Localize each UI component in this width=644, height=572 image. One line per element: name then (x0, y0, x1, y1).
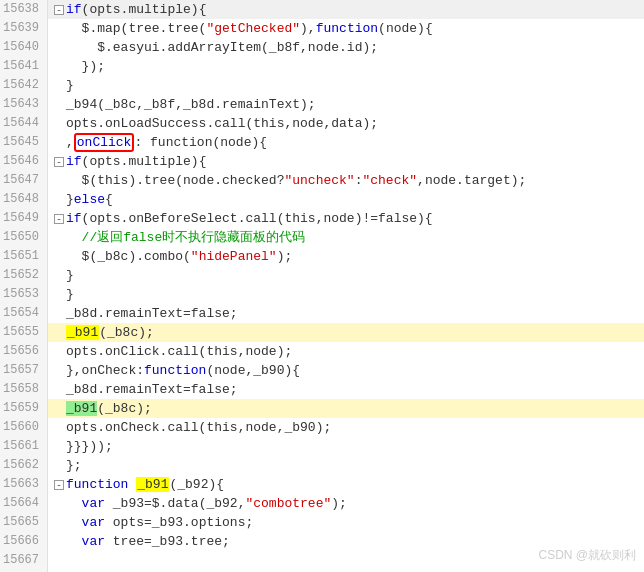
table-row: 15644opts.onLoadSuccess.call(this,node,d… (0, 114, 644, 133)
line-number: 15646 (0, 152, 48, 171)
line-number: 15648 (0, 190, 48, 209)
line-number: 15654 (0, 304, 48, 323)
code-content: opts.onCheck.call(this,node,_b90); (48, 418, 644, 437)
table-row: 15656opts.onClick.call(this,node); (0, 342, 644, 361)
line-number: 15653 (0, 285, 48, 304)
table-row: 15652} (0, 266, 644, 285)
line-number: 15661 (0, 437, 48, 456)
table-row: 15642} (0, 76, 644, 95)
line-number: 15641 (0, 57, 48, 76)
line-number: 15664 (0, 494, 48, 513)
table-row: 15663-function _b91(_b92){ (0, 475, 644, 494)
table-row: 15660opts.onCheck.call(this,node,_b90); (0, 418, 644, 437)
line-number: 15647 (0, 171, 48, 190)
fold-icon[interactable]: - (54, 5, 64, 15)
table-row: 15648}else{ (0, 190, 644, 209)
fold-icon[interactable]: - (54, 157, 64, 167)
table-row: 15661}}})); (0, 437, 644, 456)
line-number: 15655 (0, 323, 48, 342)
line-number: 15659 (0, 399, 48, 418)
line-number: 15640 (0, 38, 48, 57)
table-row: 15645,onClick: function(node){ (0, 133, 644, 152)
code-content: opts.onClick.call(this,node); (48, 342, 644, 361)
line-number: 15666 (0, 532, 48, 551)
line-number: 15663 (0, 475, 48, 494)
code-content: ,onClick: function(node){ (48, 133, 644, 152)
table-row: 15647 $(this).tree(node.checked?"uncheck… (0, 171, 644, 190)
code-content: -if(opts.multiple){ (48, 0, 644, 19)
table-row: 15657},onCheck:function(node,_b90){ (0, 361, 644, 380)
line-number: 15658 (0, 380, 48, 399)
table-row: 15646-if(opts.multiple){ (0, 152, 644, 171)
fold-icon[interactable]: - (54, 214, 64, 224)
line-number: 15644 (0, 114, 48, 133)
table-row: 15650 //返回false时不执行隐藏面板的代码 (0, 228, 644, 247)
watermark: CSDN @就砍则利 (538, 547, 636, 564)
table-row: 15641 }); (0, 57, 644, 76)
line-number: 15638 (0, 0, 48, 19)
code-content: }}})); (48, 437, 644, 456)
table-row: 15651 $(_b8c).combo("hidePanel"); (0, 247, 644, 266)
code-content: _b94(_b8c,_b8f,_b8d.remainText); (48, 95, 644, 114)
code-content: $.easyui.addArrayItem(_b8f,node.id); (48, 38, 644, 57)
table-row: 15649-if(opts.onBeforeSelect.call(this,n… (0, 209, 644, 228)
line-number: 15645 (0, 133, 48, 152)
code-content: $(this).tree(node.checked?"uncheck":"che… (48, 171, 644, 190)
table-row: 15662}; (0, 456, 644, 475)
line-number: 15662 (0, 456, 48, 475)
line-number: 15667 (0, 551, 48, 570)
line-number: 15660 (0, 418, 48, 437)
line-number: 15642 (0, 76, 48, 95)
table-row: 15658_b8d.remainText=false; (0, 380, 644, 399)
code-content: -if(opts.multiple){ (48, 152, 644, 171)
line-number: 15651 (0, 247, 48, 266)
code-content: $.map(tree.tree("getChecked"),function(n… (48, 19, 644, 38)
code-content: }; (48, 456, 644, 475)
code-content: var opts=_b93.options; (48, 513, 644, 532)
code-content: -function _b91(_b92){ (48, 475, 644, 494)
table-row: 15639 $.map(tree.tree("getChecked"),func… (0, 19, 644, 38)
fold-icon[interactable]: - (54, 480, 64, 490)
line-number: 15650 (0, 228, 48, 247)
code-editor: 15638-if(opts.multiple){15639 $.map(tree… (0, 0, 644, 572)
code-content: } (48, 285, 644, 304)
code-content: }else{ (48, 190, 644, 209)
code-content: }); (48, 57, 644, 76)
code-content: _b91(_b8c); (48, 399, 644, 418)
code-content: //返回false时不执行隐藏面板的代码 (48, 228, 644, 247)
code-content: },onCheck:function(node,_b90){ (48, 361, 644, 380)
table-row: 15643_b94(_b8c,_b8f,_b8d.remainText); (0, 95, 644, 114)
table-row: 15640 $.easyui.addArrayItem(_b8f,node.id… (0, 38, 644, 57)
code-content: } (48, 266, 644, 285)
line-number: 15643 (0, 95, 48, 114)
line-number: 15652 (0, 266, 48, 285)
code-content: -if(opts.onBeforeSelect.call(this,node)!… (48, 209, 644, 228)
line-number: 15656 (0, 342, 48, 361)
table-row: 15665 var opts=_b93.options; (0, 513, 644, 532)
table-row: 15654_b8d.remainText=false; (0, 304, 644, 323)
code-content: _b91(_b8c); (48, 323, 644, 342)
table-row: 15664 var _b93=$.data(_b92,"combotree"); (0, 494, 644, 513)
line-number: 15649 (0, 209, 48, 228)
line-number: 15639 (0, 19, 48, 38)
line-number: 15665 (0, 513, 48, 532)
table-row: 15653} (0, 285, 644, 304)
line-number: 15657 (0, 361, 48, 380)
table-row: 15638-if(opts.multiple){ (0, 0, 644, 19)
code-content: var _b93=$.data(_b92,"combotree"); (48, 494, 644, 513)
code-content: opts.onLoadSuccess.call(this,node,data); (48, 114, 644, 133)
table-row: 15655_b91(_b8c); (0, 323, 644, 342)
code-content: } (48, 76, 644, 95)
code-content: $(_b8c).combo("hidePanel"); (48, 247, 644, 266)
code-content: _b8d.remainText=false; (48, 380, 644, 399)
code-content: _b8d.remainText=false; (48, 304, 644, 323)
table-row: 15659_b91(_b8c); (0, 399, 644, 418)
